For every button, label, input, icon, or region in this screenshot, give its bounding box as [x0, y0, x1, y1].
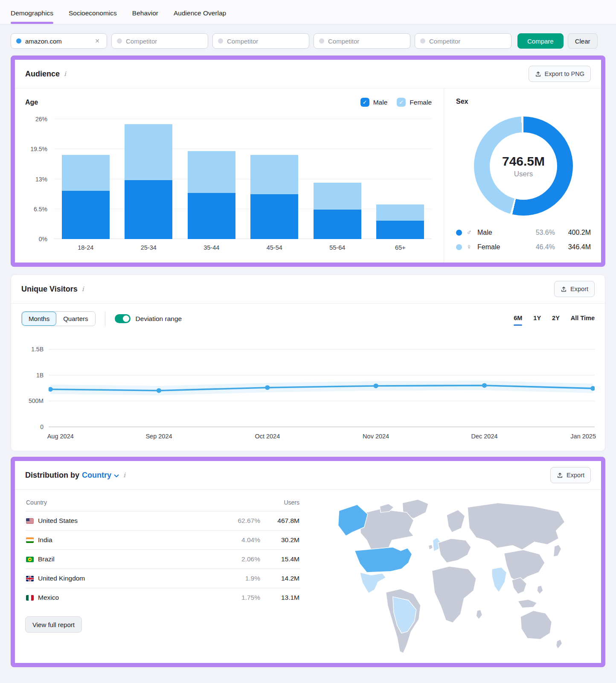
table-row-br: Brazil2.06%15.4M [25, 550, 300, 569]
y-tick-label: 500M [29, 397, 44, 404]
map-region-russia [467, 503, 564, 550]
granularity-switch: MonthsQuarters [21, 311, 96, 326]
competitor-placeholder: Competitor [227, 38, 304, 45]
info-icon[interactable]: i [123, 471, 125, 479]
period-all-time[interactable]: All Time [571, 312, 595, 326]
nav-tab-audience-overlap[interactable]: Audience Overlap [174, 2, 226, 24]
toggle-on-icon [115, 314, 131, 323]
male-color-dot [456, 230, 462, 236]
active-tab-underline [11, 22, 53, 24]
period-6m[interactable]: 6M [514, 312, 522, 326]
x-tick-label: 55-64 [306, 244, 369, 251]
distribution-card: Distribution by Country i Export [15, 461, 601, 663]
close-icon[interactable]: ✕ [93, 37, 102, 45]
column-header-country: Country [25, 493, 194, 511]
deviation-range-toggle[interactable]: Deviation range [115, 314, 182, 323]
map-region-madagascar [476, 610, 482, 619]
country-users: 15.4M [261, 550, 300, 569]
competitor-input-2[interactable]: Competitor [212, 33, 309, 49]
audience-title: Audience [25, 70, 60, 79]
country-users: 30.2M [261, 531, 300, 550]
female-symbol-icon: ♀ [466, 243, 473, 251]
country-users: 14.2M [261, 569, 300, 588]
nav-tab-demographics[interactable]: Demographics [11, 2, 53, 24]
checkmark-icon: ✓ [360, 98, 369, 107]
map-region-philippines [537, 585, 543, 594]
competitor-placeholder: Competitor [126, 38, 203, 45]
unique-visitors-controls: MonthsQuarters Deviation range 6M1Y2YAll… [11, 304, 605, 330]
competitor-color-dot [420, 38, 425, 44]
female-percent: 46.4% [536, 243, 555, 251]
male-users: 400.2M [555, 229, 591, 236]
active-period-underline [514, 324, 522, 326]
x-tick-label: 65+ [369, 244, 432, 251]
male-segment [250, 194, 298, 239]
divider [105, 312, 105, 326]
competitor-input-1[interactable]: Competitor [111, 33, 208, 49]
map-region-india [491, 567, 506, 593]
male-percent: 53.6% [536, 229, 555, 236]
male-symbol-icon: ♂ [466, 228, 473, 237]
export-button[interactable]: Export [554, 281, 595, 297]
nav-tab-socioeconomics[interactable]: Socioeconomics [69, 2, 117, 24]
x-tick-label: Oct 2024 [255, 433, 280, 440]
map-region-ireland [428, 545, 433, 550]
country-name: India [38, 536, 52, 544]
domain-chip[interactable]: amazon.com ✕ [11, 33, 107, 49]
total-users-value: 746.5M [502, 154, 545, 169]
age-bar-18-24 [54, 113, 117, 239]
age-y-axis: 0%6.5%13%19.5%26% [25, 113, 47, 239]
y-tick-label: 13% [35, 176, 47, 183]
competitor-placeholder: Competitor [429, 38, 506, 45]
sex-legend: ♂ Male 53.6% 400.2M ♀ Female 46.4% 346.4… [456, 228, 591, 251]
legend-row-female: ♀ Female 46.4% 346.4M [456, 243, 591, 251]
unique-visitors-title: Unique Visitors [21, 285, 78, 294]
male-segment [376, 221, 424, 239]
age-title: Age [25, 99, 38, 106]
info-icon[interactable]: i [82, 285, 84, 293]
export-button[interactable]: Export [550, 467, 591, 483]
audience-card: Audience i Export to PNG Age ✓ Male [15, 60, 601, 263]
view-full-report-button[interactable]: View full report [25, 616, 82, 633]
age-chart-section: Age ✓ Male ✓ Female 0%6.5%13%19.5%26% [15, 88, 444, 263]
female-checkbox[interactable]: ✓ Female [397, 98, 432, 107]
country-percent: 2.06% [194, 550, 261, 569]
map-region-europe [438, 538, 471, 563]
granularity-months[interactable]: Months [22, 312, 56, 326]
competitor-input-4[interactable]: Competitor [415, 33, 511, 49]
age-bar-45-54 [243, 113, 306, 239]
female-color-dot [456, 244, 462, 250]
column-header-users: Users [261, 493, 300, 511]
distribution-panel-highlight: Distribution by Country i Export [11, 457, 605, 667]
granularity-quarters[interactable]: Quarters [56, 312, 95, 326]
age-bar-55-64 [306, 113, 369, 239]
period-1y[interactable]: 1Y [533, 312, 541, 326]
x-tick-label: Dec 2024 [471, 433, 497, 440]
age-bar-35-44 [180, 113, 243, 239]
country-name: Mexico [38, 594, 59, 601]
x-tick-label: 25-34 [117, 244, 180, 251]
map-region-se-asia [511, 578, 526, 594]
info-icon[interactable]: i [64, 70, 66, 78]
world-map [300, 493, 591, 655]
period-2y[interactable]: 2Y [552, 312, 560, 326]
upload-icon [557, 472, 563, 479]
x-tick-label: Jan 2025 [570, 433, 596, 440]
nav-tab-behavior[interactable]: Behavior [132, 2, 158, 24]
dimension-dropdown[interactable]: Country [82, 471, 119, 480]
male-checkbox[interactable]: ✓ Male [360, 98, 388, 107]
compare-button[interactable]: Compare [517, 33, 564, 49]
competitor-input-3[interactable]: Competitor [314, 33, 410, 49]
y-tick-label: 1.5B [31, 346, 44, 353]
competitor-color-dot [117, 38, 122, 44]
export-to-png-button[interactable]: Export to PNG [529, 66, 591, 82]
clear-button[interactable]: Clear [568, 33, 598, 49]
x-tick-label: Sep 2024 [145, 433, 172, 440]
sex-title: Sex [456, 98, 591, 105]
domain-label: amazon.com [25, 38, 89, 45]
map-region-united-states [354, 547, 412, 572]
table-row-in: India4.04%30.2M [25, 531, 300, 550]
map-region-china [504, 550, 545, 583]
country-table: Country Users United States62.67%467.8MI… [25, 493, 300, 607]
visitors-line-plot [49, 336, 595, 429]
